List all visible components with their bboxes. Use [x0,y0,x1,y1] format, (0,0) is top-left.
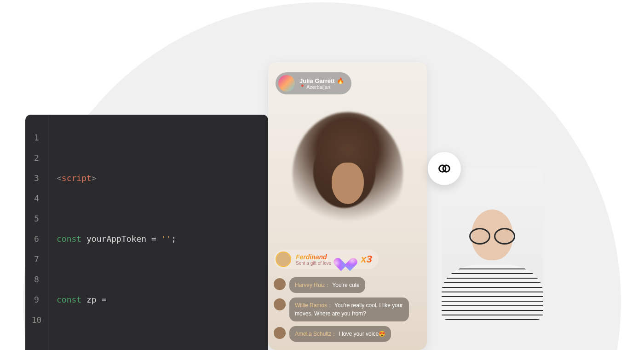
line-number: 2 [25,148,48,168]
link-icon [437,161,452,176]
glasses-illustration [469,228,515,242]
participant-card [442,168,543,320]
line-number: 8 [25,269,48,290]
code-token: zp [86,295,97,304]
code-token: '' [161,234,172,244]
gift-multiplier: x3 [361,253,372,265]
line-number: 1 [25,128,48,148]
chat-stack: Harvey Ruiz：You're cute Willie Ramos：You… [274,277,418,342]
gift-subtitle: Sent a gift of love [296,261,331,266]
host-face-illustration [332,163,364,204]
heart-icon [338,252,353,266]
chat-user: Harvey Ruiz： [295,282,330,288]
code-token: const [57,295,86,304]
line-gutter: 1 2 3 4 5 6 7 8 9 10 [25,115,48,350]
chat-message: Harvey Ruiz：You're cute [274,277,418,293]
code-token: const [57,234,86,244]
line-number: 9 [25,290,48,310]
chat-message: Amelia Schultz：I love your voice😍 [274,326,418,342]
code-token: yourAppToken [86,234,146,244]
line-number: 6 [25,229,48,249]
gift-sender-name: Ferdinand [296,253,331,261]
code-token: script [62,173,92,183]
line-number: 5 [25,209,48,229]
code-token: = [146,234,161,244]
code-token: > [92,173,97,183]
chat-text: I love your voice😍 [339,331,385,337]
chat-user: Amelia Schultz： [295,331,337,337]
host-chip[interactable]: Julia Garrett 🔥 📍 Azerbaijan [276,72,351,94]
location-pin-icon: 📍 [299,84,305,89]
participant-body-illustration [442,265,543,320]
fire-icon: 🔥 [337,77,344,84]
line-number: 3 [25,168,48,188]
chat-avatar [274,327,286,339]
code-editor: 1 2 3 4 5 6 7 8 9 10 <script> const your… [25,115,268,350]
gift-banner: Ferdinand Sent a gift of love x3 [274,250,379,269]
chat-text: You're cute [332,282,359,288]
chat-user: Willie Ramos： [295,302,333,309]
line-number: 7 [25,249,48,269]
gift-sender-avatar [276,251,291,267]
code-token: = [97,295,107,304]
host-avatar [278,75,295,92]
line-number: 4 [25,188,48,209]
link-badge[interactable] [428,152,461,185]
code-body: <script> const yourAppToken = ''; const … [48,115,268,350]
live-stream-card: Julia Garrett 🔥 📍 Azerbaijan Ferdinand S… [268,62,427,350]
chat-message: Willie Ramos：You're really cool. I like … [274,298,418,321]
line-number: 10 [25,310,48,330]
code-token: < [57,173,62,183]
host-location: Azerbaijan [306,84,330,90]
host-name: Julia Garrett [299,77,335,84]
chat-avatar [274,278,286,290]
chat-avatar [274,298,286,310]
code-token: ; [171,234,176,244]
